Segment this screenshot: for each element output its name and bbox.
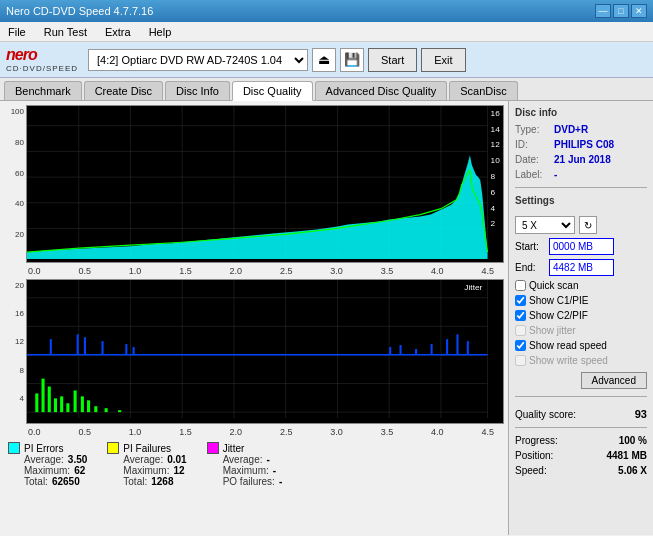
- legend-pi-errors: PI Errors Average: 3.50 Maximum: 62 Tota…: [8, 442, 87, 487]
- show-c1-pie-label: Show C1/PIE: [529, 295, 588, 306]
- speed-label: Speed:: [515, 465, 547, 476]
- y-top-40: 40: [6, 199, 24, 208]
- svg-text:14: 14: [491, 125, 501, 134]
- svg-rect-64: [446, 339, 448, 355]
- svg-rect-49: [94, 406, 97, 412]
- svg-text:8: 8: [491, 172, 496, 181]
- pi-failures-max-value: 12: [173, 465, 184, 476]
- svg-rect-55: [77, 334, 79, 355]
- close-button[interactable]: ✕: [631, 4, 647, 18]
- tab-benchmark[interactable]: Benchmark: [4, 81, 82, 100]
- x-label-1.0: 1.0: [129, 266, 142, 276]
- end-input[interactable]: [549, 259, 614, 276]
- start-mb-row: Start:: [515, 238, 647, 255]
- speed-row: 5 X 1 X 2 X 4 X 8 X Maximum ↻: [515, 216, 647, 234]
- position-label: Position:: [515, 450, 553, 461]
- exit-button[interactable]: Exit: [421, 48, 465, 72]
- x-bot-label-2.0: 2.0: [230, 427, 243, 437]
- pi-failures-total-value: 1268: [151, 476, 173, 487]
- svg-rect-59: [133, 347, 135, 355]
- menu-help[interactable]: Help: [145, 24, 176, 40]
- start-label: Start:: [515, 241, 545, 252]
- disc-label-row: Label: -: [515, 169, 647, 180]
- tab-disc-info[interactable]: Disc Info: [165, 81, 230, 100]
- show-read-speed-checkbox[interactable]: [515, 340, 526, 351]
- save-button[interactable]: 💾: [340, 48, 364, 72]
- svg-rect-60: [389, 347, 391, 355]
- disc-type-label: Type:: [515, 124, 550, 135]
- divider-1: [515, 187, 647, 188]
- disc-date-row: Date: 21 Jun 2018: [515, 154, 647, 165]
- progress-row: Progress: 100 %: [515, 435, 647, 446]
- jitter-label: Jitter: [223, 443, 245, 454]
- show-jitter-checkbox[interactable]: [515, 325, 526, 336]
- show-write-speed-checkbox[interactable]: [515, 355, 526, 366]
- x-bot-label-0.0: 0.0: [28, 427, 41, 437]
- pi-errors-max-value: 62: [74, 465, 85, 476]
- svg-text:6: 6: [491, 188, 496, 197]
- svg-text:16: 16: [491, 109, 501, 118]
- svg-rect-58: [125, 344, 127, 355]
- minimize-button[interactable]: —: [595, 4, 611, 18]
- tab-scan-disc[interactable]: ScanDisc: [449, 81, 517, 100]
- quick-scan-checkbox[interactable]: [515, 280, 526, 291]
- svg-text:10: 10: [491, 156, 501, 165]
- start-input[interactable]: [549, 238, 614, 255]
- disc-id-row: ID: PHILIPS C08: [515, 139, 647, 150]
- show-c2-pif-row: Show C2/PIF: [515, 310, 647, 321]
- svg-rect-41: [41, 379, 44, 413]
- pi-failures-avg-label: Average:: [123, 454, 163, 465]
- menu-file[interactable]: File: [4, 24, 30, 40]
- y-bot-12: 12: [6, 337, 24, 346]
- svg-rect-61: [400, 345, 402, 355]
- svg-rect-56: [84, 337, 86, 355]
- jitter-po-value: -: [279, 476, 282, 487]
- eject-button[interactable]: ⏏: [312, 48, 336, 72]
- nero-logo-text: nero: [6, 46, 78, 64]
- nero-logo: nero CD·DVD/SPEED: [6, 46, 78, 73]
- divider-2: [515, 396, 647, 397]
- x-label-2.5: 2.5: [280, 266, 293, 276]
- pi-errors-avg-label: Average:: [24, 454, 64, 465]
- menu-extra[interactable]: Extra: [101, 24, 135, 40]
- quality-score-row: Quality score: 93: [515, 408, 647, 420]
- x-bot-label-4.5: 4.5: [481, 427, 494, 437]
- show-c1-pie-checkbox[interactable]: [515, 295, 526, 306]
- tab-create-disc[interactable]: Create Disc: [84, 81, 163, 100]
- start-button[interactable]: Start: [368, 48, 417, 72]
- menu-run-test[interactable]: Run Test: [40, 24, 91, 40]
- y-bot-20: 20: [6, 281, 24, 290]
- svg-rect-63: [431, 344, 433, 355]
- tab-bar: Benchmark Create Disc Disc Info Disc Qua…: [0, 78, 653, 101]
- toolbar: nero CD·DVD/SPEED [4:2] Optiarc DVD RW A…: [0, 42, 653, 78]
- svg-rect-62: [415, 349, 417, 355]
- progress-label: Progress:: [515, 435, 558, 446]
- maximize-button[interactable]: □: [613, 4, 629, 18]
- speed-selector[interactable]: 5 X 1 X 2 X 4 X 8 X Maximum: [515, 216, 575, 234]
- pi-errors-label: PI Errors: [24, 443, 63, 454]
- pi-failures-max-label: Maximum:: [123, 465, 169, 476]
- quick-scan-row: Quick scan: [515, 280, 647, 291]
- pi-errors-total-value: 62650: [52, 476, 80, 487]
- settings-refresh-button[interactable]: ↻: [579, 216, 597, 234]
- disc-label-value: -: [554, 169, 557, 180]
- menu-bar: File Run Test Extra Help: [0, 22, 653, 42]
- jitter-avg-label: Average:: [223, 454, 263, 465]
- x-bot-label-1.5: 1.5: [179, 427, 192, 437]
- y-top-20: 20: [6, 230, 24, 239]
- show-c2-pif-checkbox[interactable]: [515, 310, 526, 321]
- svg-rect-66: [467, 341, 469, 355]
- jitter-color-box: [207, 442, 219, 454]
- show-jitter-label: Show jitter: [529, 325, 576, 336]
- end-label: End:: [515, 262, 545, 273]
- y-top-100: 100: [6, 107, 24, 116]
- svg-rect-42: [48, 387, 51, 413]
- pi-errors-color-box: [8, 442, 20, 454]
- tab-advanced-disc-quality[interactable]: Advanced Disc Quality: [315, 81, 448, 100]
- show-jitter-row: Show jitter: [515, 325, 647, 336]
- end-mb-row: End:: [515, 259, 647, 276]
- tab-disc-quality[interactable]: Disc Quality: [232, 81, 313, 101]
- advanced-button[interactable]: Advanced: [581, 372, 647, 389]
- drive-selector[interactable]: [4:2] Optiarc DVD RW AD-7240S 1.04: [88, 49, 308, 71]
- chart-area: 100 80 60 40 20: [0, 101, 508, 535]
